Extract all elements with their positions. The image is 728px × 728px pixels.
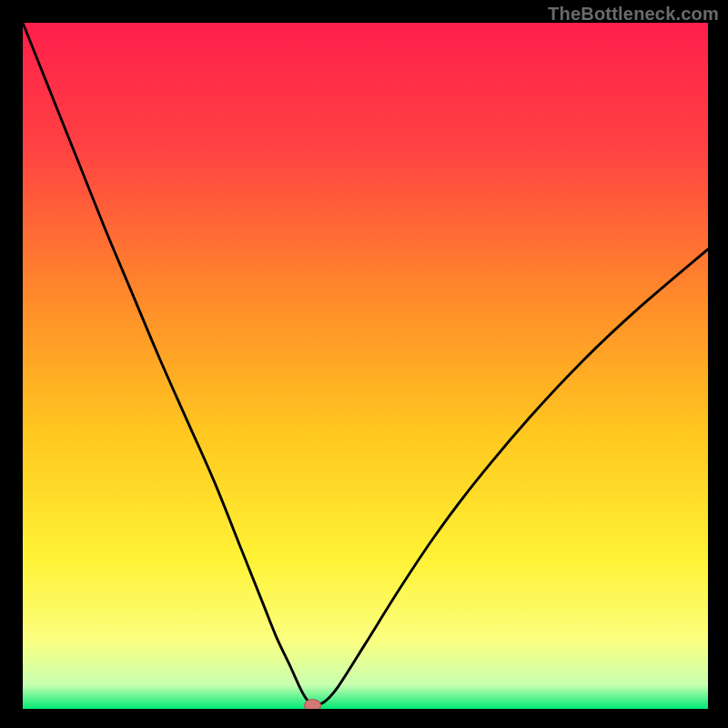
watermark-text: TheBottleneck.com (548, 4, 719, 25)
optimal-point-marker (304, 699, 320, 709)
gradient-background (23, 23, 708, 709)
plot-area (23, 23, 708, 709)
bottleneck-chart (23, 23, 708, 709)
chart-frame: TheBottleneck.com (0, 0, 728, 728)
